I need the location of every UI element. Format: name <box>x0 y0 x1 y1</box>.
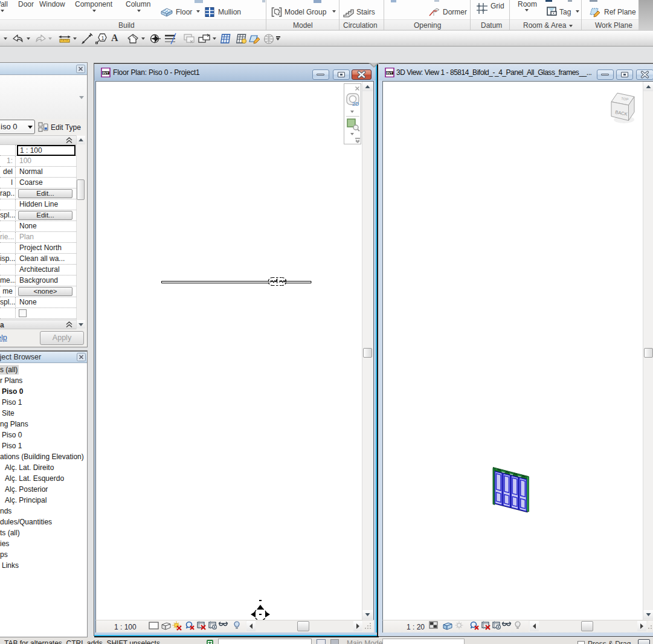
svg-text:RVT: RVT <box>387 71 393 75</box>
svg-text:RVT: RVT <box>103 71 109 75</box>
svg-text:1: 1 <box>101 35 105 41</box>
